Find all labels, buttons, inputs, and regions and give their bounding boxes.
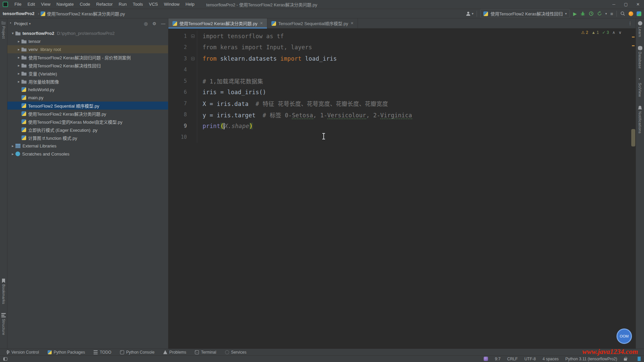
chevron-collapsed-icon[interactable]: ▸ [16,79,21,84]
floating-badge[interactable]: OOM [616,328,632,344]
code-line[interactable]: 5# 1,加载鸢尾花数据集 [168,75,636,87]
menu-item-window[interactable]: Window [161,2,182,7]
tool-window-button-python[interactable]: Python Packages [48,350,85,355]
tool-stripe-button-database[interactable]: Database [638,46,642,69]
editor-scrollbar[interactable] [631,129,635,146]
code-line[interactable]: 1−import tensorflow as tf [168,31,636,42]
prev-problem-icon[interactable]: ∧ [612,30,615,35]
code-editor[interactable]: 1−import tensorflow as tf2from keras imp… [168,28,636,349]
close-button[interactable]: ✕ [632,0,644,9]
tree-item[interactable]: ▸Scratches and Consoles [7,150,168,158]
hide-panel-icon[interactable]: — [161,21,165,26]
menu-item-navigate[interactable]: Navigate [53,2,76,7]
tree-item[interactable]: TensorFlow2 Sequential 顺序模型.py [7,102,168,110]
error-stripe-mark[interactable] [632,37,635,38]
chevron-collapsed-icon[interactable]: ▸ [10,152,15,156]
event-log-icon[interactable] [484,357,488,361]
tool-window-button-branch[interactable]: Version Control [5,350,39,355]
menu-item-edit[interactable]: Edit [24,2,38,7]
chevron-collapsed-icon[interactable]: ▸ [16,63,21,68]
fold-icon[interactable]: − [191,57,195,60]
run-button[interactable]: ▶ [573,11,577,16]
code-line[interactable]: 9print(X.shape) [168,120,636,132]
menu-item-run[interactable]: Run [116,2,130,7]
close-icon[interactable]: ✕ [260,21,263,25]
maximize-button[interactable]: ▢ [620,0,632,9]
tree-item[interactable]: ▾tensorflowPro2D:\python_pro\tensorflowP… [7,29,168,37]
tool-stripe-button-structure[interactable]: Structure [1,313,6,335]
tree-item[interactable]: ▸External Libraries [7,142,168,150]
chevron-collapsed-icon[interactable]: ▸ [16,71,21,76]
chevron-collapsed-icon[interactable]: ▸ [16,39,21,44]
project-panel-title[interactable]: Project [14,21,28,26]
menu-item-file[interactable]: File [11,2,24,7]
tool-window-button-terminal[interactable]: Terminal [195,350,216,355]
tool-stripe-button-bookmarks[interactable]: Bookmarks [1,279,6,304]
tool-window-button-todo[interactable]: TODO [94,350,111,355]
tree-item[interactable]: 立即执行模式 (Eager Execution) .py [7,126,168,134]
tree-item[interactable]: ▸venvlibrary root [7,45,168,53]
tree-item[interactable]: 计算图 tf.function 模式.py [7,134,168,142]
status-file-encoding[interactable]: UTF-8 [524,357,536,361]
profile-menu-button[interactable]: ▾ [466,12,473,16]
code-line[interactable]: 3−from sklearn.datasets import load_iris [168,53,636,64]
tool-stripe-button-sciview[interactable]: SciView [638,77,642,97]
tree-item[interactable]: ▸变量 (Variable) [7,69,168,77]
tree-item[interactable]: main.py [7,94,168,102]
debug-button[interactable] [580,11,585,16]
close-icon[interactable]: ✕ [351,21,354,25]
inspections-widget[interactable]: ⚠ 2 ▲ 1 ✓ 3 ∧ ∨ [581,30,622,35]
code-line[interactable]: 2from keras import Input, layers [168,42,636,53]
breadcrumb-project[interactable]: tensorflowPro2 [3,11,35,16]
code-line[interactable]: 10 [168,132,636,143]
breadcrumb-file[interactable]: 使用TensorFlow2 Keras解决分类问题.py [47,10,125,17]
fold-icon[interactable]: − [191,35,195,38]
locate-file-icon[interactable]: ◎ [144,21,148,26]
chevron-down-icon[interactable]: ▾ [29,22,31,25]
run-with-coverage-button[interactable] [597,11,602,16]
chevron-collapsed-icon[interactable]: ▸ [16,47,21,52]
gear-icon[interactable]: ⚙ [152,21,156,26]
chevron-collapsed-icon[interactable]: ▸ [16,55,21,60]
tool-stripe-button-learn[interactable]: Learn [638,21,642,37]
chevron-collapsed-icon[interactable]: ▸ [10,144,15,148]
tool-stripe-button-project[interactable]: Project [1,20,6,39]
tool-window-button-services[interactable]: Services [225,350,247,355]
tree-item[interactable]: ▸用张量绘制图像 [7,77,168,85]
editor-tab-1[interactable]: TensorFlow2 Sequential顺序模型.py✕ [267,18,358,28]
tree-item[interactable]: 使用TensorFlow2里的Keras Model自定义模型.py [7,118,168,126]
status-caret-position[interactable]: 9:7 [495,357,500,361]
menu-item-refactor[interactable]: Refactor [93,2,116,7]
run-configuration-select[interactable]: 使用TensorFlow2 Keras解决线性回归 ▾ [480,9,570,18]
tool-window-button-console[interactable]: Python Console [120,350,155,355]
lock-icon[interactable] [624,358,627,361]
error-stripe-mark[interactable] [632,45,635,46]
editor-tab-0[interactable]: 使用TensorFlow2 Keras解决分类问题.py✕ [168,18,267,28]
next-problem-icon[interactable]: ∨ [619,30,622,35]
code-line[interactable]: 7X = iris.data # 特征 花萼长度、花萼宽度、花瓣长度、花瓣宽度 [168,98,636,109]
menu-item-code[interactable]: Code [77,2,93,7]
menu-item-tools[interactable]: Tools [130,2,146,7]
menu-item-vcs[interactable]: VCS [146,2,161,7]
tree-item[interactable]: 使用TensorFlow2 Keras解决分类问题.py [7,110,168,118]
tree-item[interactable]: ▸使用TensorFlow2 Keras解决线性回归 [7,61,168,69]
tree-item[interactable]: ▸tensor [7,37,168,45]
status-interpreter[interactable]: Python 3.11 (tensorflowPro2) [565,357,617,361]
tab-options-icon[interactable]: ⋮ [625,21,636,26]
status-indent[interactable]: 4 spaces [542,357,558,361]
tool-window-toggle-icon[interactable] [3,357,7,361]
code-line[interactable]: 8y = iris.target # 标签 0-Setosa, 1-Versic… [168,109,636,121]
tree-item[interactable]: ▸使用TensorFlow2 Keras解决回归问题 - 房价预测案例 [7,53,168,61]
profiler-button[interactable] [589,11,594,16]
plugin-icon[interactable] [637,11,641,16]
tool-window-button-problems[interactable]: Problems [163,350,186,355]
menu-item-view[interactable]: View [38,2,53,7]
ide-promotion-icon[interactable] [629,11,633,16]
menu-item-help[interactable]: Help [182,2,198,7]
status-line-separator[interactable]: CRLF [507,357,518,361]
tree-item[interactable]: helloWorld.py [7,85,168,94]
tool-stripe-button-notifications[interactable]: Notifications [638,106,642,133]
code-line[interactable]: 6iris = load_iris() [168,87,636,98]
minimize-button[interactable]: ─ [608,0,620,9]
chevron-expanded-icon[interactable]: ▾ [10,31,15,36]
